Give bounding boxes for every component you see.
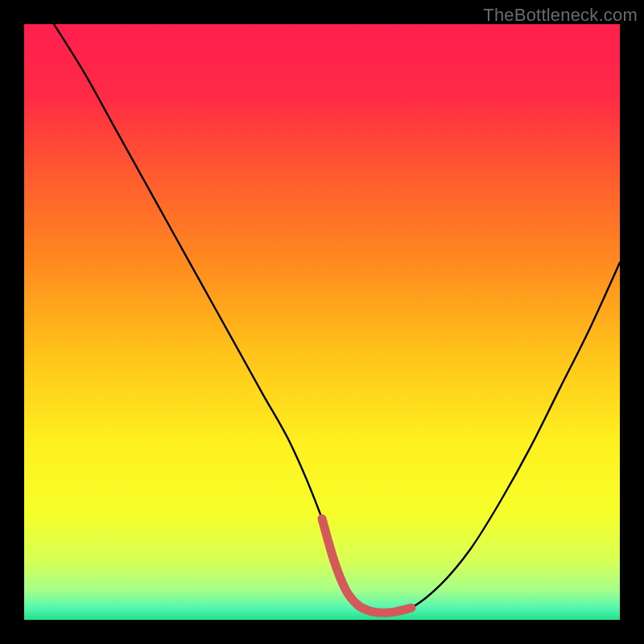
bottleneck-curve (54, 24, 620, 613)
curve-layer (24, 24, 620, 620)
bottleneck-highlight (322, 518, 411, 613)
highlight-start-dot (329, 556, 338, 565)
chart-frame: TheBottleneck.com (0, 0, 644, 644)
plot-area (24, 24, 620, 620)
watermark-text: TheBottleneck.com (483, 5, 638, 26)
